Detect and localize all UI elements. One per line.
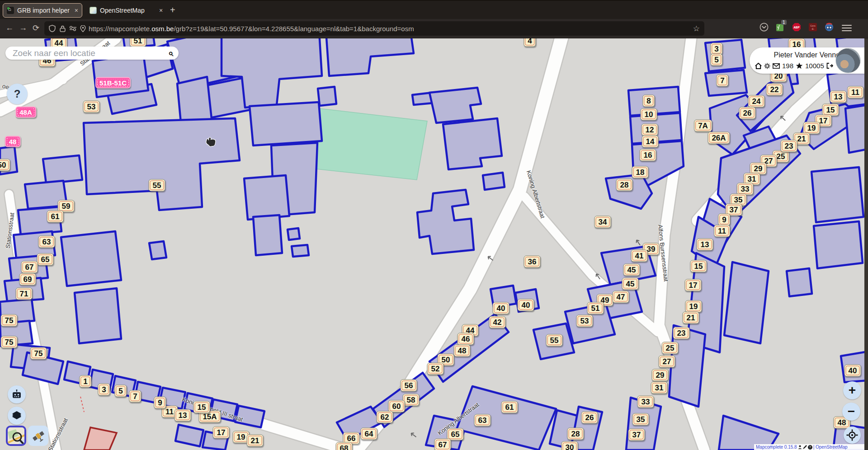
- housenumber-badge[interactable]: 26A: [708, 132, 730, 144]
- housenumber-badge[interactable]: 5: [114, 385, 127, 397]
- housenumber-badge[interactable]: 33: [637, 396, 654, 408]
- housenumber-badge[interactable]: 67: [434, 439, 451, 450]
- housenumber-badge[interactable]: 26: [739, 107, 756, 119]
- housenumber-badge[interactable]: 13: [830, 91, 847, 103]
- logout-icon[interactable]: [826, 63, 833, 69]
- housenumber-badge[interactable]: 65: [37, 253, 54, 266]
- search-input[interactable]: [12, 48, 168, 59]
- housenumber-badge[interactable]: 68: [336, 442, 353, 450]
- housenumber-badge[interactable]: 41: [631, 250, 648, 262]
- edit-pencil-icon[interactable]: [803, 445, 807, 449]
- permissions-icon[interactable]: [69, 26, 77, 31]
- housenumber-badge[interactable]: 46: [458, 333, 474, 345]
- layers-button[interactable]: [8, 407, 26, 425]
- housenumber-badge[interactable]: 25: [662, 342, 679, 354]
- url-bar[interactable]: https://mapcomplete.osm.be/grb?z=19&lat=…: [44, 21, 704, 36]
- tab-grb-import-helper[interactable]: GRB import helper ×: [3, 3, 82, 18]
- mail-icon[interactable]: [773, 63, 780, 69]
- housenumber-badge[interactable]: 53: [576, 315, 593, 327]
- back-button[interactable]: ←: [5, 23, 14, 33]
- background-map-button[interactable]: [6, 426, 26, 446]
- housenumber-badge[interactable]: 60: [388, 400, 405, 412]
- housenumber-badge[interactable]: 16: [640, 149, 656, 161]
- consent-manager-icon[interactable]: Cons-E-: [808, 23, 817, 32]
- housenumber-badge[interactable]: 22: [766, 84, 783, 96]
- housenumber-badge[interactable]: 15: [690, 260, 707, 272]
- lock-icon[interactable]: [60, 25, 66, 32]
- housenumber-badge[interactable]: 67: [21, 261, 38, 273]
- search-box[interactable]: ⌕: [5, 47, 179, 60]
- housenumber-badge[interactable]: 27: [659, 356, 675, 368]
- housenumber-badge[interactable]: 45: [623, 264, 640, 276]
- housenumber-badge[interactable]: 7: [716, 75, 728, 87]
- home-icon[interactable]: [755, 63, 762, 69]
- housenumber-badge[interactable]: 53: [83, 101, 100, 113]
- housenumber-badge[interactable]: 51B-51C: [95, 77, 131, 89]
- reload-button[interactable]: ⟳: [33, 23, 39, 33]
- tab-openstreetmap[interactable]: OpenStreetMap: [86, 3, 165, 18]
- housenumber-badge[interactable]: 64: [361, 428, 377, 440]
- housenumber-badge[interactable]: 10: [641, 108, 657, 121]
- housenumber-badge[interactable]: 40: [493, 302, 509, 314]
- housenumber-badge[interactable]: 37: [628, 429, 645, 441]
- zoom-out-button[interactable]: −: [842, 403, 860, 421]
- housenumber-badge[interactable]: 36: [524, 256, 541, 268]
- housenumber-badge[interactable]: 28: [616, 179, 633, 191]
- tab-close-icon[interactable]: ×: [75, 7, 78, 14]
- housenumber-badge[interactable]: 21: [247, 435, 264, 447]
- housenumber-badge[interactable]: 75: [1, 314, 18, 327]
- attribution-help-icon[interactable]: ?: [808, 445, 812, 450]
- forward-button[interactable]: →: [19, 23, 27, 33]
- housenumber-badge[interactable]: 17: [213, 427, 230, 439]
- housenumber-badge[interactable]: 58: [403, 394, 420, 406]
- housenumber-badge[interactable]: 18: [632, 166, 649, 178]
- housenumber-badge[interactable]: 55: [546, 334, 563, 347]
- housenumber-badge[interactable]: 28: [567, 428, 584, 440]
- housenumber-badge[interactable]: 11: [714, 225, 730, 237]
- housenumber-badge[interactable]: 9: [718, 214, 730, 226]
- housenumber-badge[interactable]: 13: [175, 409, 191, 422]
- housenumber-badge[interactable]: 17: [685, 279, 702, 291]
- housenumber-badge[interactable]: 40: [844, 365, 861, 377]
- locate-button[interactable]: [844, 427, 861, 444]
- housenumber-badge[interactable]: 23: [781, 140, 797, 152]
- url-text[interactable]: https://mapcomplete.osm.be/grb?z=19&lat=…: [89, 25, 690, 33]
- housenumber-badge[interactable]: 69: [19, 273, 36, 286]
- housenumber-badge[interactable]: 35: [632, 413, 649, 426]
- new-tab-button[interactable]: +: [170, 5, 175, 14]
- housenumber-badge[interactable]: 40: [518, 299, 534, 311]
- housenumber-badge[interactable]: 31: [651, 382, 668, 394]
- housenumber-badge[interactable]: 13: [697, 239, 713, 251]
- housenumber-badge[interactable]: 11: [847, 86, 863, 98]
- location-pin-icon[interactable]: [80, 25, 86, 32]
- housenumber-badge[interactable]: 61: [47, 211, 64, 223]
- user-panel[interactable]: Pieter Vander Vennet 198 10005: [750, 47, 868, 74]
- osm-attribution-link[interactable]: | OpenStreetMap: [813, 445, 848, 450]
- housenumber-badge[interactable]: 33: [737, 183, 754, 195]
- housenumber-badge[interactable]: 42: [489, 316, 506, 328]
- housenumber-badge[interactable]: 47: [613, 291, 629, 303]
- housenumber-badge[interactable]: 75: [1, 336, 18, 348]
- housenumber-badge[interactable]: 7: [129, 390, 141, 403]
- housenumber-badge[interactable]: 24: [748, 95, 765, 108]
- housenumber-badge[interactable]: 21: [683, 312, 699, 324]
- housenumber-badge[interactable]: 48: [5, 136, 21, 147]
- help-button[interactable]: ?: [7, 84, 28, 104]
- bookmark-star-icon[interactable]: ☆: [693, 24, 700, 33]
- contributor-icon[interactable]: [798, 445, 802, 449]
- housenumber-badge[interactable]: 12: [642, 124, 658, 136]
- housenumber-badge[interactable]: 61: [501, 401, 518, 413]
- extension-green-icon[interactable]: 1: [776, 23, 785, 32]
- housenumber-badge[interactable]: 51: [587, 302, 604, 314]
- housenumber-badge[interactable]: 62: [377, 411, 393, 423]
- housenumber-badge[interactable]: 48A: [15, 107, 36, 118]
- housenumber-badge[interactable]: 19: [685, 300, 702, 313]
- housenumber-badge[interactable]: 9: [154, 397, 166, 409]
- housenumber-badge[interactable]: 15: [822, 104, 839, 116]
- adblock-plus-icon[interactable]: ABP: [792, 23, 801, 32]
- housenumber-badge[interactable]: 30: [561, 441, 578, 450]
- housenumber-badge[interactable]: 7A: [694, 120, 712, 132]
- housenumber-badge[interactable]: 56: [401, 380, 417, 392]
- housenumber-badge[interactable]: 55: [149, 179, 165, 192]
- tab-close-icon[interactable]: ×: [159, 7, 163, 14]
